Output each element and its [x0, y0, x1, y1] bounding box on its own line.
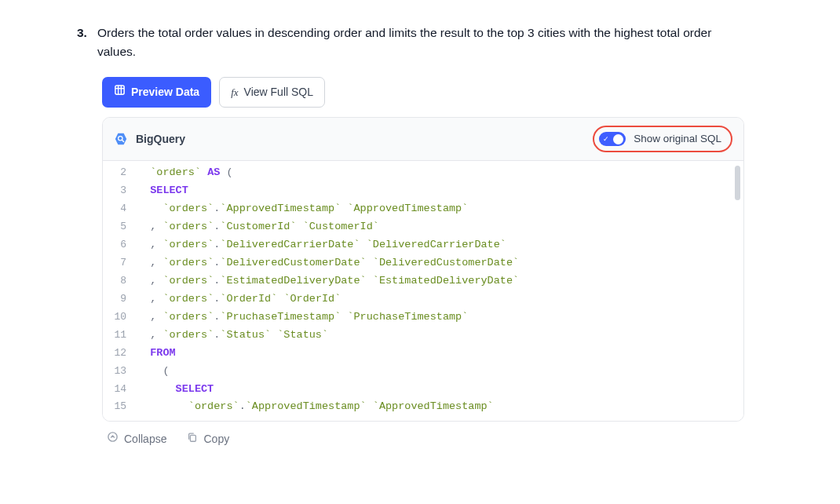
show-original-sql-label: Show original SQL	[634, 131, 721, 147]
line-number: 15	[103, 398, 137, 415]
bigquery-icon	[114, 132, 128, 146]
code-content: `orders`.`ApprovedTimestamp` `ApprovedTi…	[137, 200, 743, 218]
code-content: SELECT	[137, 381, 743, 399]
show-original-sql-toggle[interactable]: ✓	[599, 132, 626, 146]
source-label: BigQuery	[136, 131, 185, 148]
code-content: `orders`.`ApprovedTimestamp` `ApprovedTi…	[137, 398, 743, 416]
code-line: 12 FROM	[103, 345, 743, 363]
code-line: 15 `orders`.`ApprovedTimestamp` `Approve…	[103, 398, 743, 416]
preview-data-label: Preview Data	[131, 84, 199, 100]
check-icon: ✓	[603, 136, 609, 143]
line-number: 2	[103, 164, 137, 181]
action-button-row: Preview Data fx View Full SQL	[102, 77, 744, 108]
view-full-sql-button[interactable]: fx View Full SQL	[219, 77, 325, 108]
step-number: 3.	[77, 24, 91, 42]
svg-rect-0	[115, 86, 124, 94]
code-card: BigQuery ✓ Show original SQL 2 `orders` …	[102, 117, 744, 422]
code-line: 11 , `orders`.`Status` `Status`	[103, 327, 743, 345]
code-content: SELECT	[137, 182, 743, 200]
svg-rect-8	[191, 436, 196, 442]
show-original-sql-group: ✓ Show original SQL	[593, 126, 732, 152]
line-number: 12	[103, 345, 137, 362]
collapse-button[interactable]: Collapse	[107, 431, 166, 447]
line-number: 3	[103, 182, 137, 199]
preview-data-button[interactable]: Preview Data	[102, 77, 211, 108]
code-content: , `orders`.`Status` `Status`	[137, 327, 743, 345]
line-number: 11	[103, 327, 137, 344]
code-line: 13 (	[103, 363, 743, 381]
copy-label: Copy	[203, 431, 229, 447]
step-description: 3. Orders the total order values in desc…	[77, 24, 744, 61]
svg-point-7	[108, 433, 117, 441]
code-content: , `orders`.`OrderId` `OrderId`	[137, 290, 743, 309]
code-line: 5 , `orders`.`CustomerId` `CustomerId`	[103, 218, 743, 236]
code-line: 6 , `orders`.`DeliveredCarrierDate` `Del…	[103, 236, 743, 254]
code-line: 7 , `orders`.`DeliveredCustomerDate` `De…	[103, 254, 743, 272]
line-number: 6	[103, 236, 137, 254]
code-line: 8 , `orders`.`EstimatedDeliveryDate` `Es…	[103, 272, 743, 290]
code-content: (	[137, 363, 743, 381]
code-line: 2 `orders` AS (	[103, 164, 743, 182]
code-line: 4 `orders`.`ApprovedTimestamp` `Approved…	[103, 200, 743, 218]
code-content: , `orders`.`CustomerId` `CustomerId`	[137, 218, 743, 236]
line-number: 4	[103, 200, 137, 217]
code-header: BigQuery ✓ Show original SQL	[103, 118, 743, 161]
copy-button[interactable]: Copy	[187, 431, 229, 447]
collapse-icon	[107, 431, 119, 447]
code-content: , `orders`.`DeliveredCustomerDate` `Deli…	[137, 254, 743, 272]
copy-icon	[187, 431, 198, 447]
code-footer: Collapse Copy	[102, 422, 744, 457]
code-content: `orders` AS (	[137, 164, 743, 182]
code-content: , `orders`.`EstimatedDeliveryDate` `Esti…	[137, 272, 743, 290]
code-line: 14 SELECT	[103, 381, 743, 399]
line-number: 9	[103, 290, 137, 308]
svg-marker-4	[115, 133, 126, 144]
line-number: 7	[103, 254, 137, 272]
code-line: 10 , `orders`.`PruchaseTimestamp` `Pruch…	[103, 309, 743, 327]
line-number: 8	[103, 272, 137, 290]
fx-icon: fx	[231, 85, 238, 100]
code-line: 3 SELECT	[103, 182, 743, 200]
line-number: 5	[103, 218, 137, 236]
code-content: , `orders`.`DeliveredCarrierDate` `Deliv…	[137, 236, 743, 254]
toggle-handle	[613, 134, 623, 144]
line-number: 14	[103, 381, 137, 398]
scrollbar-thumb[interactable]	[735, 166, 740, 200]
line-number: 13	[103, 363, 137, 380]
line-number: 10	[103, 309, 137, 326]
step-text: Orders the total order values in descend…	[97, 24, 744, 61]
preview-grid-icon	[114, 84, 126, 100]
collapse-label: Collapse	[124, 431, 166, 447]
code-line: 9 , `orders`.`OrderId` `OrderId`	[103, 290, 743, 309]
code-body[interactable]: 2 `orders` AS (3 SELECT4 `orders`.`Appro…	[103, 161, 743, 421]
view-full-sql-label: View Full SQL	[244, 84, 313, 100]
code-content: , `orders`.`PruchaseTimestamp` `Pruchase…	[137, 309, 743, 327]
code-content: FROM	[137, 345, 743, 363]
